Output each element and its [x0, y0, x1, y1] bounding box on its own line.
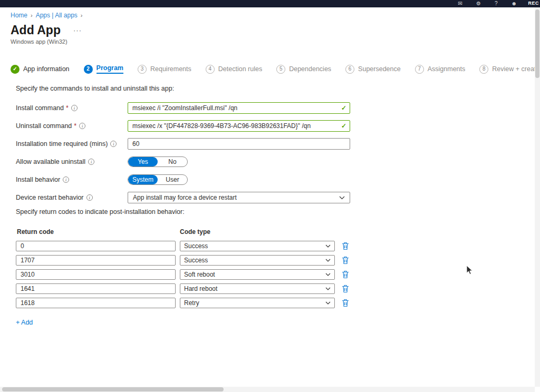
code-type-dropdown[interactable]: Success — [180, 255, 335, 266]
trash-icon — [342, 285, 349, 293]
dropdown-value: Hard reboot — [184, 285, 217, 292]
program-form: Specify the commands to install and unin… — [16, 85, 374, 210]
return-code-input[interactable] — [16, 255, 176, 266]
commands-intro-text: Specify the commands to install and unin… — [16, 85, 374, 92]
return-codes-intro-text: Specify return codes to indicate post-in… — [16, 208, 374, 215]
tab-review-create[interactable]: 8 Review + create — [479, 65, 539, 74]
account-icon[interactable]: ☻ — [511, 1, 517, 6]
info-icon[interactable]: i — [86, 194, 93, 201]
tab-requirements[interactable]: 3 Requirements — [138, 65, 191, 74]
toggle-option-no[interactable]: No — [158, 157, 187, 166]
tab-dependencies[interactable]: 5 Dependencies — [276, 65, 331, 74]
field-label-text: Install behavior — [16, 176, 60, 183]
install-command-label: Install command * i — [16, 104, 128, 112]
mouse-cursor — [466, 265, 474, 278]
help-icon[interactable]: ? — [495, 1, 498, 6]
valid-check-icon: ✓ — [341, 104, 346, 112]
breadcrumb-apps[interactable]: Apps | All apps — [36, 12, 78, 19]
chevron-down-icon — [325, 301, 331, 305]
vertical-scrollbar-thumb[interactable] — [535, 9, 539, 78]
uninstall-command-input[interactable] — [128, 120, 350, 132]
delete-row-button[interactable] — [342, 285, 349, 293]
chevron-down-icon — [325, 244, 331, 248]
info-icon[interactable]: i — [79, 123, 85, 129]
allow-uninstall-row: Allow available uninstall i Yes No — [16, 156, 374, 168]
toggle-option-user[interactable]: User — [158, 175, 187, 184]
field-label-text: Device restart behavior — [16, 194, 84, 201]
info-icon[interactable]: i — [110, 141, 117, 147]
step-number: 8 — [479, 65, 488, 74]
step-label: App information — [23, 65, 70, 73]
vertical-scrollbar[interactable] — [535, 7, 540, 387]
required-asterisk: * — [66, 104, 69, 112]
breadcrumb: Home › Apps | All apps › — [11, 12, 83, 19]
toggle-option-system[interactable]: System — [128, 175, 158, 184]
page-title: Add App — [11, 23, 61, 37]
settings-gear-icon[interactable]: ⚙ — [476, 1, 481, 6]
install-time-label: Installation time required (mins) i — [16, 140, 128, 148]
step-number: 5 — [276, 65, 285, 74]
info-icon[interactable]: i — [71, 105, 78, 111]
return-code-column-header: Return code — [17, 228, 180, 236]
step-number: 3 — [138, 65, 147, 74]
install-time-input[interactable] — [128, 138, 350, 150]
step-label: Dependencies — [289, 65, 331, 73]
return-code-input[interactable] — [16, 283, 176, 294]
code-type-dropdown[interactable]: Hard reboot — [180, 283, 335, 294]
step-number: 2 — [84, 65, 93, 74]
code-type-dropdown[interactable]: Retry — [180, 298, 335, 308]
return-code-input[interactable] — [16, 241, 176, 251]
return-code-row: Hard reboot — [16, 283, 374, 294]
chevron-down-icon — [325, 287, 331, 290]
tab-supersedence[interactable]: 6 Supersedence — [345, 65, 401, 74]
delete-row-button[interactable] — [342, 242, 349, 250]
trash-icon — [342, 256, 349, 264]
breadcrumb-home[interactable]: Home — [11, 12, 27, 19]
delete-row-button[interactable] — [342, 299, 349, 307]
return-code-row: Success — [16, 241, 374, 251]
code-type-dropdown[interactable]: Success — [180, 241, 335, 251]
restart-behavior-dropdown[interactable]: App install may force a device restart — [128, 192, 350, 203]
install-behavior-label: Install behavior i — [16, 176, 128, 183]
info-icon[interactable]: i — [88, 159, 94, 165]
install-command-input[interactable] — [128, 102, 350, 114]
trash-icon — [342, 270, 349, 279]
field-label-text: Installation time required (mins) — [16, 140, 108, 148]
more-menu-button[interactable]: ··· — [73, 26, 82, 34]
chevron-down-icon — [325, 273, 331, 276]
toggle-option-yes[interactable]: Yes — [128, 157, 158, 166]
notifications-icon[interactable]: ✉ — [458, 1, 462, 6]
return-code-row: Success — [16, 255, 374, 266]
code-type-dropdown[interactable]: Soft reboot — [180, 269, 335, 280]
restart-behavior-row: Device restart behavior i App install ma… — [16, 192, 374, 203]
tab-program[interactable]: 2 Program — [84, 64, 123, 74]
uninstall-command-row: Uninstall command * i ✓ — [16, 120, 374, 132]
allow-uninstall-label: Allow available uninstall i — [16, 158, 128, 165]
install-command-row: Install command * i ✓ — [16, 102, 374, 114]
return-code-input[interactable] — [16, 298, 176, 308]
return-code-input[interactable] — [16, 269, 176, 280]
dropdown-value: Soft reboot — [184, 271, 215, 278]
chevron-down-icon — [325, 259, 331, 262]
step-label: Assignments — [428, 65, 466, 73]
install-behavior-toggle: System User — [128, 174, 188, 185]
info-icon[interactable]: i — [63, 177, 69, 183]
tab-assignments[interactable]: 7 Assignments — [415, 65, 466, 74]
chevron-down-icon — [339, 196, 345, 200]
trash-icon — [342, 242, 349, 250]
horizontal-scrollbar[interactable] — [0, 387, 535, 392]
rec-indicator: REC — [528, 1, 539, 6]
dropdown-value: Retry — [184, 299, 199, 307]
delete-row-button[interactable] — [342, 256, 349, 264]
dropdown-value: Success — [184, 242, 208, 250]
valid-check-icon: ✓ — [341, 122, 346, 130]
field-label-text: Install command — [16, 104, 64, 112]
tab-app-information[interactable]: ✓ App information — [11, 65, 70, 74]
field-label-text: Uninstall command — [16, 122, 72, 130]
horizontal-scrollbar-thumb[interactable] — [2, 387, 224, 391]
step-label: Requirements — [150, 65, 191, 73]
delete-row-button[interactable] — [342, 270, 349, 279]
dropdown-value: App install may force a device restart — [133, 194, 237, 201]
add-return-code-link[interactable]: + Add — [16, 319, 33, 326]
tab-detection-rules[interactable]: 4 Detection rules — [206, 65, 262, 74]
